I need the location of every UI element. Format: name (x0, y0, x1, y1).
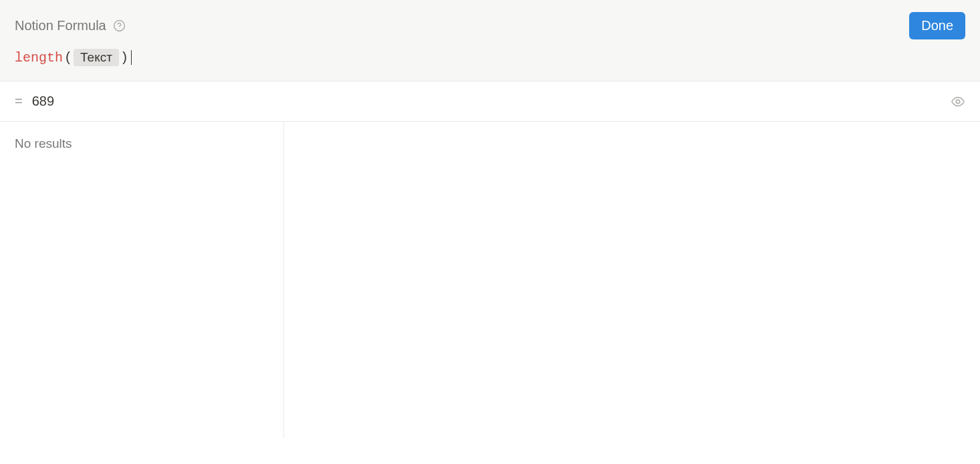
svg-point-2 (956, 100, 960, 104)
function-name-token: length (15, 50, 63, 66)
eye-icon[interactable] (951, 94, 965, 109)
done-button[interactable]: Done (909, 12, 965, 39)
result-value: 689 (32, 94, 54, 109)
equals-icon: = (15, 94, 23, 109)
no-results-text: No results (15, 136, 269, 151)
suggestions-pane: No results (0, 122, 284, 438)
title-row: Notion Formula Done (0, 0, 980, 39)
close-paren: ) (120, 50, 128, 66)
svg-point-0 (114, 21, 125, 31)
svg-point-1 (119, 28, 120, 29)
text-cursor (131, 50, 132, 65)
title-left: Notion Formula (15, 18, 126, 33)
editor-title: Notion Formula (15, 18, 106, 33)
documentation-pane (284, 122, 980, 438)
bottom-panes: No results (0, 122, 980, 438)
property-token[interactable]: Текст (74, 49, 119, 66)
formula-header: Notion Formula Done length ( Текст ) (0, 0, 980, 82)
open-paren: ( (64, 50, 72, 66)
result-left: = 689 (15, 94, 54, 109)
help-icon[interactable] (113, 19, 126, 33)
formula-input[interactable]: length ( Текст ) (0, 39, 980, 81)
result-row: = 689 (0, 82, 980, 122)
